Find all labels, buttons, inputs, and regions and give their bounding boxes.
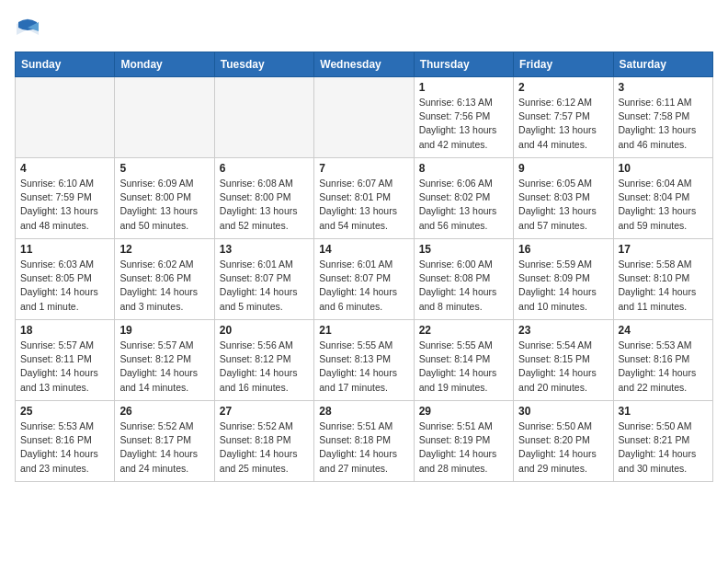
day-number: 6 (220, 162, 309, 175)
day-number: 5 (119, 162, 209, 175)
day-cell: 17Sunrise: 5:58 AM Sunset: 8:10 PM Dayli… (613, 239, 712, 320)
day-detail: Sunrise: 5:50 AM Sunset: 8:20 PM Dayligh… (518, 419, 608, 476)
day-cell: 23Sunrise: 5:54 AM Sunset: 8:15 PM Dayli… (514, 320, 613, 401)
day-number: 22 (419, 324, 508, 337)
logo (15, 15, 44, 40)
day-number: 25 (20, 405, 109, 418)
day-detail: Sunrise: 6:01 AM Sunset: 8:07 PM Dayligh… (220, 258, 309, 314)
day-cell (214, 77, 313, 158)
day-detail: Sunrise: 5:57 AM Sunset: 8:12 PM Dayligh… (119, 339, 209, 395)
day-cell: 15Sunrise: 6:00 AM Sunset: 8:08 PM Dayli… (414, 239, 513, 320)
week-row-1: 1Sunrise: 6:13 AM Sunset: 7:56 PM Daylig… (16, 77, 713, 158)
weekday-header-thursday: Thursday (414, 52, 513, 77)
day-detail: Sunrise: 6:11 AM Sunset: 7:58 PM Dayligh… (619, 96, 708, 152)
day-detail: Sunrise: 6:08 AM Sunset: 8:00 PM Dayligh… (220, 177, 309, 233)
week-row-4: 18Sunrise: 5:57 AM Sunset: 8:11 PM Dayli… (16, 320, 713, 401)
day-number: 14 (319, 243, 408, 256)
calendar-table: SundayMondayTuesdayWednesdayThursdayFrid… (15, 52, 713, 482)
day-number: 23 (518, 324, 608, 337)
day-detail: Sunrise: 6:06 AM Sunset: 8:02 PM Dayligh… (419, 177, 508, 233)
weekday-header-tuesday: Tuesday (214, 52, 313, 77)
day-cell: 1Sunrise: 6:13 AM Sunset: 7:56 PM Daylig… (414, 77, 513, 158)
day-number: 8 (419, 162, 508, 175)
day-cell: 2Sunrise: 6:12 AM Sunset: 7:57 PM Daylig… (514, 77, 613, 158)
weekday-header-monday: Monday (115, 52, 214, 77)
day-cell: 22Sunrise: 5:55 AM Sunset: 8:14 PM Dayli… (414, 320, 513, 401)
day-cell: 12Sunrise: 6:02 AM Sunset: 8:06 PM Dayli… (115, 239, 214, 320)
day-number: 15 (419, 243, 508, 256)
weekday-header-sunday: Sunday (16, 52, 115, 77)
day-cell: 27Sunrise: 5:52 AM Sunset: 8:18 PM Dayli… (214, 401, 313, 482)
page-header (15, 15, 713, 40)
day-cell: 9Sunrise: 6:05 AM Sunset: 8:03 PM Daylig… (514, 158, 613, 239)
day-number: 21 (319, 324, 408, 337)
day-cell: 7Sunrise: 6:07 AM Sunset: 8:01 PM Daylig… (314, 158, 414, 239)
day-cell: 16Sunrise: 5:59 AM Sunset: 8:09 PM Dayli… (514, 239, 613, 320)
day-cell: 19Sunrise: 5:57 AM Sunset: 8:12 PM Dayli… (115, 320, 214, 401)
day-cell: 10Sunrise: 6:04 AM Sunset: 8:04 PM Dayli… (613, 158, 712, 239)
day-detail: Sunrise: 5:54 AM Sunset: 8:15 PM Dayligh… (518, 339, 608, 395)
day-cell: 30Sunrise: 5:50 AM Sunset: 8:20 PM Dayli… (514, 401, 613, 482)
day-number: 16 (518, 243, 608, 256)
weekday-header-friday: Friday (514, 52, 613, 77)
day-detail: Sunrise: 6:05 AM Sunset: 8:03 PM Dayligh… (518, 177, 608, 233)
day-cell (314, 77, 414, 158)
day-detail: Sunrise: 5:51 AM Sunset: 8:19 PM Dayligh… (419, 419, 508, 476)
day-detail: Sunrise: 6:07 AM Sunset: 8:01 PM Dayligh… (319, 177, 408, 233)
day-number: 17 (619, 243, 708, 256)
day-detail: Sunrise: 5:55 AM Sunset: 8:13 PM Dayligh… (319, 339, 408, 395)
week-row-5: 25Sunrise: 5:53 AM Sunset: 8:16 PM Dayli… (16, 401, 713, 482)
day-cell: 8Sunrise: 6:06 AM Sunset: 8:02 PM Daylig… (414, 158, 513, 239)
day-number: 26 (119, 405, 209, 418)
day-detail: Sunrise: 5:53 AM Sunset: 8:16 PM Dayligh… (20, 419, 109, 476)
day-number: 11 (20, 243, 109, 256)
day-number: 3 (619, 81, 708, 94)
day-number: 27 (220, 405, 309, 418)
day-detail: Sunrise: 5:59 AM Sunset: 8:09 PM Dayligh… (518, 258, 608, 314)
day-detail: Sunrise: 5:50 AM Sunset: 8:21 PM Dayligh… (619, 419, 708, 476)
day-cell (115, 77, 214, 158)
day-number: 30 (518, 405, 608, 418)
day-cell: 11Sunrise: 6:03 AM Sunset: 8:05 PM Dayli… (16, 239, 115, 320)
week-row-2: 4Sunrise: 6:10 AM Sunset: 7:59 PM Daylig… (16, 158, 713, 239)
day-cell: 25Sunrise: 5:53 AM Sunset: 8:16 PM Dayli… (16, 401, 115, 482)
day-detail: Sunrise: 5:51 AM Sunset: 8:18 PM Dayligh… (319, 419, 408, 476)
day-cell: 20Sunrise: 5:56 AM Sunset: 8:12 PM Dayli… (214, 320, 313, 401)
day-number: 24 (619, 324, 708, 337)
day-number: 28 (319, 405, 408, 418)
day-cell: 26Sunrise: 5:52 AM Sunset: 8:17 PM Dayli… (115, 401, 214, 482)
day-cell: 5Sunrise: 6:09 AM Sunset: 8:00 PM Daylig… (115, 158, 214, 239)
day-number: 2 (518, 81, 608, 94)
day-detail: Sunrise: 5:57 AM Sunset: 8:11 PM Dayligh… (20, 339, 109, 395)
day-detail: Sunrise: 6:04 AM Sunset: 8:04 PM Dayligh… (619, 177, 708, 233)
day-detail: Sunrise: 6:01 AM Sunset: 8:07 PM Dayligh… (319, 258, 408, 314)
day-detail: Sunrise: 6:09 AM Sunset: 8:00 PM Dayligh… (119, 177, 209, 233)
day-number: 29 (419, 405, 508, 418)
day-detail: Sunrise: 5:52 AM Sunset: 8:18 PM Dayligh… (220, 419, 309, 476)
day-cell: 3Sunrise: 6:11 AM Sunset: 7:58 PM Daylig… (613, 77, 712, 158)
day-detail: Sunrise: 6:03 AM Sunset: 8:05 PM Dayligh… (20, 258, 109, 314)
day-cell: 6Sunrise: 6:08 AM Sunset: 8:00 PM Daylig… (214, 158, 313, 239)
day-number: 1 (419, 81, 508, 94)
week-row-3: 11Sunrise: 6:03 AM Sunset: 8:05 PM Dayli… (16, 239, 713, 320)
day-detail: Sunrise: 5:58 AM Sunset: 8:10 PM Dayligh… (619, 258, 708, 314)
day-number: 12 (119, 243, 209, 256)
day-number: 9 (518, 162, 608, 175)
day-cell: 31Sunrise: 5:50 AM Sunset: 8:21 PM Dayli… (613, 401, 712, 482)
day-detail: Sunrise: 6:02 AM Sunset: 8:06 PM Dayligh… (119, 258, 209, 314)
day-cell: 13Sunrise: 6:01 AM Sunset: 8:07 PM Dayli… (214, 239, 313, 320)
day-cell: 29Sunrise: 5:51 AM Sunset: 8:19 PM Dayli… (414, 401, 513, 482)
logo-icon (15, 15, 40, 40)
day-detail: Sunrise: 6:10 AM Sunset: 7:59 PM Dayligh… (20, 177, 109, 233)
day-detail: Sunrise: 5:52 AM Sunset: 8:17 PM Dayligh… (119, 419, 209, 476)
day-cell: 28Sunrise: 5:51 AM Sunset: 8:18 PM Dayli… (314, 401, 414, 482)
day-number: 10 (619, 162, 708, 175)
day-number: 13 (220, 243, 309, 256)
day-detail: Sunrise: 5:56 AM Sunset: 8:12 PM Dayligh… (220, 339, 309, 395)
day-number: 31 (619, 405, 708, 418)
day-number: 20 (220, 324, 309, 337)
day-detail: Sunrise: 5:53 AM Sunset: 8:16 PM Dayligh… (619, 339, 708, 395)
day-number: 18 (20, 324, 109, 337)
day-cell: 4Sunrise: 6:10 AM Sunset: 7:59 PM Daylig… (16, 158, 115, 239)
day-cell: 21Sunrise: 5:55 AM Sunset: 8:13 PM Dayli… (314, 320, 414, 401)
